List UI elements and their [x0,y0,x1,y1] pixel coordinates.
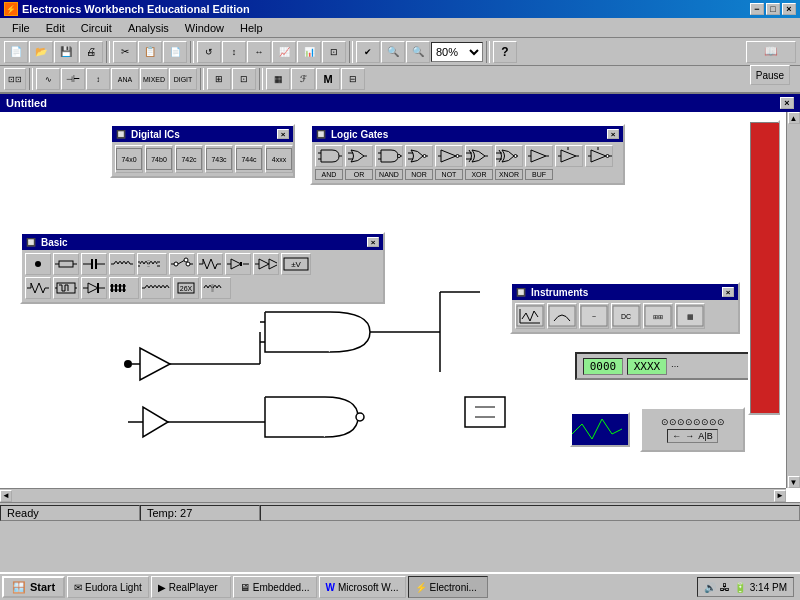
comp-cat-9[interactable]: ⊟ [341,68,365,90]
save-button[interactable]: 💾 [54,41,78,63]
ic-74x0[interactable]: 74x0 [115,145,143,173]
menu-edit[interactable]: Edit [38,20,73,36]
basic-switch[interactable] [169,253,195,275]
zoom-out-button[interactable]: 🔍 [406,41,430,63]
comp-cat-2[interactable]: ∿ [36,68,60,90]
menu-analysis[interactable]: Analysis [120,20,177,36]
graph-button[interactable]: 📈 [272,41,296,63]
inst-5[interactable]: ⊞⊞ [643,303,673,329]
ic-742c[interactable]: 742c [175,145,203,173]
instruments-title[interactable]: 🔲 Instruments × [512,284,738,300]
zoom-in-button[interactable]: 🔍 [381,41,405,63]
zoom-select[interactable]: 80% [431,42,483,62]
basic-close[interactable]: × [367,237,379,247]
basic-comp7[interactable] [197,253,223,275]
basic-wire[interactable] [25,253,51,275]
work-area[interactable]: 🔲 Digital ICs × 74x0 74b0 742c [0,112,800,502]
gate-and[interactable] [315,145,343,167]
help-button[interactable]: ? [493,41,517,63]
copy-button[interactable]: 📋 [138,41,162,63]
ic-74b0[interactable]: 74b0 [145,145,173,173]
oscilloscope[interactable] [570,412,630,447]
taskbar-eudora[interactable]: ✉ Eudora Light [67,576,149,598]
basic-transformer[interactable] [137,253,167,275]
inst-3[interactable]: ~ [579,303,609,329]
gate-tri[interactable] [555,145,583,167]
taskbar-realplayer[interactable]: ▶ RealPlayer [151,576,231,598]
taskbar-embedded[interactable]: 🖥 Embedded... [233,576,317,598]
basic-comp15[interactable] [141,277,171,299]
comp-cat-digit[interactable]: DIGIT [169,68,197,90]
comp-cat-4[interactable]: ↕ [86,68,110,90]
basic-comp16[interactable]: 26X [173,277,199,299]
ic-744c[interactable]: 744c [235,145,263,173]
basic-diode[interactable] [81,277,107,299]
comp-cat-1[interactable]: ⊡⊡ [4,68,26,90]
scroll-right[interactable]: ► [774,490,786,502]
inst-6[interactable]: ▦ [675,303,705,329]
basic-comp8[interactable] [225,253,251,275]
ic-743c[interactable]: 743c [205,145,233,173]
menu-circuit[interactable]: Circuit [73,20,120,36]
comp-cat-7[interactable]: ▦ [266,68,290,90]
comp-cat-m[interactable]: M [316,68,340,90]
comp-cat-6[interactable]: ⊡ [232,68,256,90]
comp-cat-8[interactable]: ℱ [291,68,315,90]
instruments-close[interactable]: × [722,287,734,297]
pause-button[interactable]: Pause [750,65,790,85]
close-button[interactable]: × [782,3,796,15]
graph2-button[interactable]: 📊 [297,41,321,63]
v-scrollbar[interactable]: ▲ ▼ [786,112,800,488]
gate-nand[interactable] [375,145,403,167]
taskbar-msword[interactable]: W Microsoft W... [319,576,406,598]
inst-2[interactable] [547,303,577,329]
paste-button[interactable]: 📄 [163,41,187,63]
analysis-button[interactable]: ✔ [356,41,380,63]
basic-inductor[interactable] [109,253,135,275]
gate-xnor[interactable] [495,145,523,167]
basic-comp11[interactable] [25,277,51,299]
rotate-button[interactable]: ↺ [197,41,221,63]
doc-close-button[interactable]: × [780,97,794,109]
logic-gates-title[interactable]: 🔲 Logic Gates × [312,126,623,142]
basic-comp14[interactable] [109,277,139,299]
basic-comp9[interactable] [253,253,279,275]
basic-comp12[interactable] [53,277,79,299]
gate-nor[interactable] [405,145,433,167]
maximize-button[interactable]: □ [766,3,780,15]
start-button[interactable]: 🪟 Start [2,576,65,598]
cut-button[interactable]: ✂ [113,41,137,63]
flip-h-button[interactable]: ↔ [247,41,271,63]
open-button[interactable]: 📂 [29,41,53,63]
new-button[interactable]: 📄 [4,41,28,63]
comp-cat-5[interactable]: ⊞ [207,68,231,90]
inst-4[interactable]: DC [611,303,641,329]
basic-comp10[interactable]: ±V [281,253,311,275]
basic-title[interactable]: 🔲 Basic × [22,234,383,250]
comp-cat-3[interactable]: ⊣⊢ [61,68,85,90]
basic-capacitor[interactable] [81,253,107,275]
scroll-down[interactable]: ▼ [788,476,800,488]
menu-window[interactable]: Window [177,20,232,36]
scroll-up[interactable]: ▲ [788,112,800,124]
gate-extra[interactable] [585,145,613,167]
menu-file[interactable]: File [4,20,38,36]
menu-help[interactable]: Help [232,20,271,36]
gate-buf[interactable] [525,145,553,167]
comp-cat-ana[interactable]: ANA [111,68,139,90]
gate-or[interactable] [345,145,373,167]
h-scrollbar[interactable]: ◄ ► [0,488,786,502]
minimize-button[interactable]: − [750,3,764,15]
logic-gates-close[interactable]: × [607,129,619,139]
scroll-left[interactable]: ◄ [0,490,12,502]
digital-ics-title[interactable]: 🔲 Digital ICs × [112,126,293,142]
comp-cat-mix[interactable]: MIXED [140,68,168,90]
gate-xor[interactable] [465,145,493,167]
digital-ics-close[interactable]: × [277,129,289,139]
flip-v-button[interactable]: ↕ [222,41,246,63]
ic-4xxx[interactable]: 4xxx [265,145,293,173]
basic-resistor[interactable] [53,253,79,275]
basic-comp17[interactable] [201,277,231,299]
gate-not[interactable] [435,145,463,167]
taskbar-ewb[interactable]: ⚡ Electroni... [408,576,488,598]
